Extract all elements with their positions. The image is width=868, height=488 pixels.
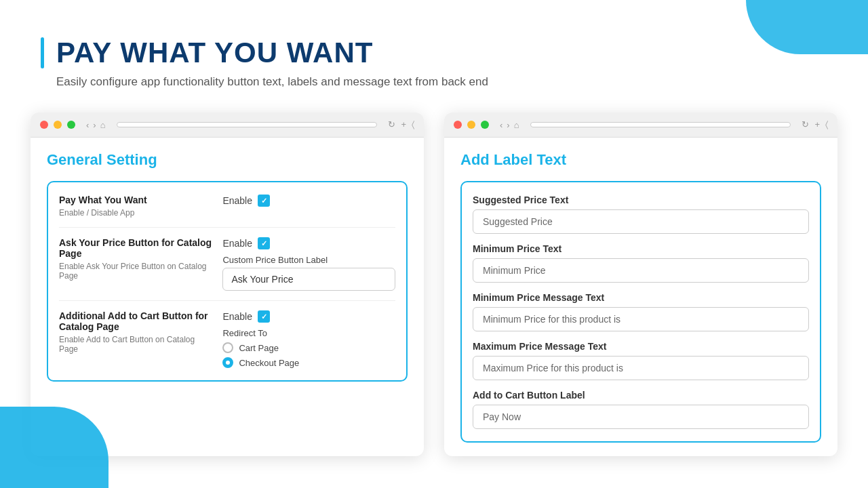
- setting-controls-2: Enable Custom Price Button Label: [222, 237, 395, 291]
- browser-nav-icons: ‹ › ⌂: [86, 120, 106, 130]
- address-bar-left[interactable]: [117, 122, 378, 127]
- nav-back-icon[interactable]: ‹: [86, 120, 89, 130]
- custom-label-text-2: Custom Price Button Label: [222, 255, 395, 265]
- right-browser-window: ‹ › ⌂ ↻ + 〈 Add Label Text Suggested Pri…: [444, 113, 837, 456]
- radio-checkout-page[interactable]: Checkout Page: [222, 357, 395, 368]
- nav-home-icon[interactable]: ⌂: [100, 120, 106, 130]
- radio-cart-circle[interactable]: [222, 342, 233, 353]
- label-fields-container: Suggested Price Text Minimum Price Text …: [460, 181, 821, 443]
- main-content: ‹ › ⌂ ↻ + 〈 General Setting Pay What You…: [0, 113, 868, 456]
- enable-label-3: Enable: [222, 311, 252, 322]
- nav-forward-icon-r[interactable]: ›: [507, 120, 509, 130]
- reload-icon-r[interactable]: ↻: [802, 119, 809, 130]
- redirect-section: Redirect To Cart Page Checkout Page: [222, 328, 395, 368]
- setting-row-ask-your-price: Ask Your Price Button for Catalog Page E…: [59, 228, 395, 301]
- left-browser-window: ‹ › ⌂ ↻ + 〈 General Setting Pay What You…: [31, 113, 424, 456]
- setting-desc-2: Enable Ask Your Price Button on Catalog …: [59, 262, 216, 281]
- setting-info-3: Additional Add to Cart Button for Catalo…: [59, 310, 222, 354]
- right-panel-title: Add Label Text: [460, 151, 821, 169]
- right-panel-content: Add Label Text Suggested Price Text Mini…: [444, 138, 837, 456]
- field-input-suggested-price[interactable]: [473, 209, 809, 234]
- enable-checkbox-2[interactable]: [258, 237, 270, 249]
- setting-label-1: Pay What You Want: [59, 195, 216, 205]
- enable-checkbox-3[interactable]: [258, 310, 270, 323]
- field-input-minimum-price-msg[interactable]: [473, 307, 809, 331]
- browser-dot-green[interactable]: [67, 121, 75, 129]
- nav-home-icon-r[interactable]: ⌂: [514, 120, 519, 130]
- address-bar-right[interactable]: [530, 122, 791, 127]
- browser-dot-red-r[interactable]: [454, 121, 462, 129]
- setting-info-1: Pay What You Want Enable / Disable App: [59, 195, 222, 218]
- field-group-maximum-price-msg: Maximum Price Message Text: [473, 341, 809, 380]
- field-group-minimum-price: Minimum Price Text: [473, 243, 809, 283]
- browser-toolbar-left: ‹ › ⌂ ↻ + 〈: [31, 113, 424, 138]
- nav-forward-icon[interactable]: ›: [93, 120, 96, 130]
- radio-checkout-label: Checkout Page: [239, 358, 299, 368]
- radio-cart-page[interactable]: Cart Page: [222, 342, 395, 353]
- redirect-label: Redirect To: [222, 328, 395, 338]
- enable-row-3: Enable: [222, 310, 395, 323]
- field-input-minimum-price[interactable]: [473, 258, 809, 283]
- browser-toolbar-right-left: ↻ + 〈: [388, 119, 414, 130]
- browser-toolbar-right-r: ↻ + 〈: [802, 119, 828, 130]
- field-input-add-to-cart-label[interactable]: [473, 405, 809, 429]
- left-panel-content: General Setting Pay What You Want Enable…: [31, 138, 424, 395]
- field-group-suggested-price: Suggested Price Text: [473, 195, 809, 234]
- left-panel-title: General Setting: [47, 151, 408, 169]
- radio-checkout-circle[interactable]: [222, 357, 233, 368]
- custom-label-row-2: Custom Price Button Label: [222, 255, 395, 291]
- settings-container: Pay What You Want Enable / Disable App E…: [47, 181, 408, 382]
- header-title-wrapper: PAY WHAT YOU WANT: [41, 37, 827, 68]
- enable-row-1: Enable: [222, 195, 395, 207]
- field-group-add-to-cart-label: Add to Cart Button Label: [473, 390, 809, 429]
- setting-info-2: Ask Your Price Button for Catalog Page E…: [59, 237, 222, 281]
- browser-dot-yellow-r[interactable]: [467, 121, 475, 129]
- more-icon[interactable]: 〈: [412, 119, 414, 130]
- field-title-minimum-price: Minimum Price Text: [473, 243, 809, 254]
- enable-checkbox-1[interactable]: [258, 195, 270, 207]
- reload-icon[interactable]: ↻: [388, 119, 395, 130]
- nav-back-icon-r[interactable]: ‹: [500, 120, 502, 130]
- page-subtitle: Easily configure app functionality butto…: [56, 75, 827, 89]
- browser-nav-icons-r: ‹ › ⌂: [500, 120, 519, 130]
- setting-row-pay-what-you-want: Pay What You Want Enable / Disable App E…: [59, 195, 395, 228]
- field-title-maximum-price-msg: Maximum Price Message Text: [473, 341, 809, 352]
- field-input-maximum-price-msg[interactable]: [473, 356, 809, 380]
- field-group-minimum-price-msg: Minimum Price Message Text: [473, 292, 809, 331]
- enable-row-2: Enable: [222, 237, 395, 249]
- custom-label-input-2[interactable]: [222, 268, 395, 291]
- header-accent-border: [41, 37, 44, 68]
- browser-dot-yellow[interactable]: [54, 121, 62, 129]
- browser-dot-green-r[interactable]: [481, 121, 489, 129]
- setting-label-2: Ask Your Price Button for Catalog Page: [59, 237, 216, 259]
- field-title-suggested-price: Suggested Price Text: [473, 195, 809, 205]
- browser-toolbar-right: ‹ › ⌂ ↻ + 〈: [444, 113, 837, 138]
- browser-dot-red[interactable]: [40, 121, 48, 129]
- setting-controls-3: Enable Redirect To Cart Page Check: [222, 310, 395, 368]
- setting-desc-3: Enable Add to Cart Button on Catalog Pag…: [59, 335, 216, 354]
- field-title-minimum-price-msg: Minimum Price Message Text: [473, 292, 809, 303]
- radio-cart-label: Cart Page: [239, 343, 279, 353]
- header: PAY WHAT YOU WANT Easily configure app f…: [0, 0, 868, 109]
- setting-desc-1: Enable / Disable App: [59, 208, 216, 218]
- add-tab-icon[interactable]: +: [401, 119, 406, 130]
- setting-row-add-to-cart: Additional Add to Cart Button for Catalo…: [59, 301, 395, 368]
- field-title-add-to-cart-label: Add to Cart Button Label: [473, 390, 809, 401]
- setting-label-3: Additional Add to Cart Button for Catalo…: [59, 310, 216, 332]
- enable-label-1: Enable: [222, 195, 252, 206]
- more-icon-r[interactable]: 〈: [825, 119, 828, 130]
- page-title: PAY WHAT YOU WANT: [56, 37, 373, 68]
- add-tab-icon-r[interactable]: +: [814, 119, 820, 130]
- enable-label-2: Enable: [222, 238, 252, 249]
- setting-controls-1: Enable: [222, 195, 395, 207]
